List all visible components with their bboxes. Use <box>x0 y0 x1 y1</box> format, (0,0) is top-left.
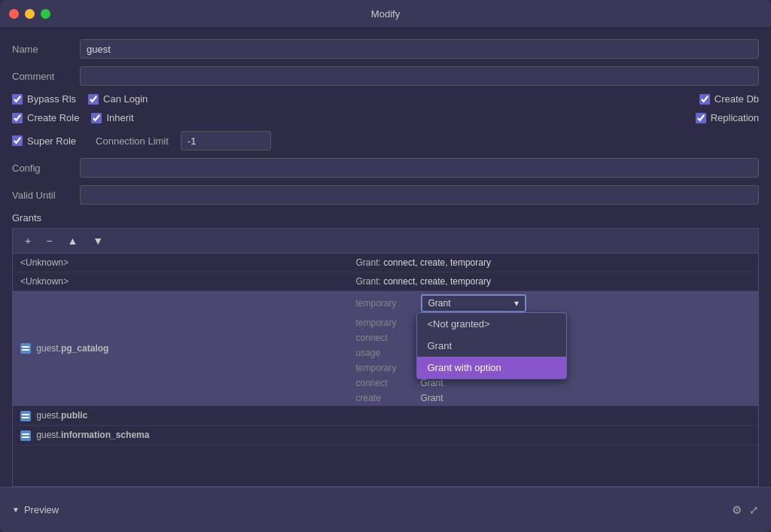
config-row: Config <box>12 158 759 178</box>
titlebar: Modify <box>0 0 771 27</box>
super-role-checkbox[interactable] <box>12 135 23 146</box>
grant-perms-cell: temporary Grant ▾ <Not granted> <box>349 291 759 406</box>
table-row[interactable]: <Unknown> Grant: connect, create, tempor… <box>13 254 758 272</box>
minimize-button[interactable] <box>25 9 35 19</box>
maximize-button[interactable] <box>41 9 50 19</box>
db-icon <box>20 343 31 354</box>
inherit-checkbox[interactable] <box>91 113 102 123</box>
db-icon <box>20 411 31 421</box>
grants-title: Grants <box>12 212 759 223</box>
remove-grant-button[interactable]: − <box>41 233 56 248</box>
perm-label: temporary <box>356 318 416 328</box>
bypass-rls-checkbox[interactable] <box>12 94 23 105</box>
replication-checkbox[interactable] <box>696 113 706 123</box>
dropdown-option-grant-with-option[interactable]: Grant with option <box>417 357 566 378</box>
table-row[interactable]: guest.public <box>13 406 758 426</box>
name-row: Name <box>12 39 759 59</box>
add-grant-button[interactable]: + <box>20 233 35 248</box>
db-icon <box>20 430 31 441</box>
valid-until-label: Valid Until <box>12 190 72 201</box>
name-input[interactable] <box>80 39 759 59</box>
perm-label: create <box>356 393 416 403</box>
bypass-rls-checkbox-item: Bypass Rls <box>12 93 76 105</box>
can-login-label: Can Login <box>103 93 148 105</box>
grant-name-cell: <Unknown> <box>13 254 349 272</box>
create-db-checkbox[interactable] <box>699 94 710 105</box>
settings-button[interactable]: ⚙ <box>732 503 742 517</box>
super-role-checkbox-item: Super Role <box>12 135 76 147</box>
perm-label: connect <box>356 333 416 343</box>
content-area: Name Comment Bypass Rls Can Login <box>0 27 771 487</box>
grant-perms-cell: Grant: connect, create, temporary <box>349 272 759 291</box>
grants-section: Grants + − ▲ ▼ <Unknown> Grant: connect,… <box>12 212 759 487</box>
name-label: Name <box>12 44 72 55</box>
table-row[interactable]: <Unknown> Grant: connect, create, tempor… <box>13 272 758 291</box>
create-role-checkbox[interactable] <box>12 113 23 123</box>
chevron-down-icon: ▾ <box>514 298 519 309</box>
chevron-down-icon: ▼ <box>12 506 20 514</box>
grant-dropdown-popup: <Not granted> Grant Grant with option <box>416 312 567 379</box>
inherit-label: Inherit <box>106 112 133 123</box>
dropdown-option-grant[interactable]: Grant <box>417 335 566 357</box>
config-input[interactable] <box>80 158 759 178</box>
perm-label: temporary <box>356 363 416 373</box>
create-db-checkbox-item: Create Db <box>699 93 759 105</box>
checkboxes-row-2: Create Role Inherit Replication <box>12 112 759 123</box>
replication-checkbox-item: Replication <box>696 112 759 123</box>
window-title: Modify <box>371 8 400 20</box>
grant-name-cell: guest.pg_catalog <box>13 291 349 406</box>
bypass-rls-label: Bypass Rls <box>27 93 76 105</box>
move-up-button[interactable]: ▲ <box>62 233 82 248</box>
preview-toggle[interactable]: ▼ Preview <box>12 504 59 515</box>
move-down-button[interactable]: ▼ <box>88 233 108 248</box>
preview-label: Preview <box>24 504 59 515</box>
grant-perms-cell <box>349 425 759 445</box>
create-role-checkbox-item: Create Role <box>12 112 79 123</box>
table-row[interactable]: guest.information_schema <box>13 425 758 445</box>
valid-until-row: Valid Until <box>12 185 759 205</box>
perm-label: temporary <box>356 298 416 309</box>
grants-table: <Unknown> Grant: connect, create, tempor… <box>13 254 758 445</box>
window: Modify Name Comment Bypass Rls Can Login <box>0 0 771 532</box>
grant-value: Grant <box>428 298 451 309</box>
checkboxes-row-1: Bypass Rls Can Login Create Db <box>12 93 759 105</box>
perm-label: connect <box>356 378 416 388</box>
close-button[interactable] <box>9 9 19 19</box>
create-db-label: Create Db <box>715 93 759 105</box>
grant-name-cell: <Unknown> <box>13 272 349 291</box>
grant-name-cell: guest.information_schema <box>13 425 349 445</box>
can-login-checkbox-item: Can Login <box>88 93 148 105</box>
grant-name-cell: guest.public <box>13 406 349 426</box>
window-controls <box>9 9 50 19</box>
create-role-label: Create Role <box>27 112 79 123</box>
perm-grant-value: Grant <box>421 378 443 388</box>
grant-perms-cell <box>349 406 759 426</box>
comment-input[interactable] <box>80 66 759 86</box>
grants-toolbar: + − ▲ ▼ <box>12 228 759 253</box>
super-role-label: Super Role <box>27 135 76 147</box>
super-role-row: Super Role Connection Limit <box>12 131 759 150</box>
inherit-checkbox-item: Inherit <box>91 112 133 123</box>
grant-perms-cell: Grant: connect, create, temporary <box>349 254 759 272</box>
comment-label: Comment <box>12 71 72 82</box>
replication-label: Replication <box>711 112 759 123</box>
external-link-button[interactable]: ⤢ <box>749 503 759 517</box>
dropdown-option-not-granted[interactable]: <Not granted> <box>417 313 566 335</box>
preview-actions: ⚙ ⤢ <box>732 503 759 517</box>
connection-limit-label: Connection Limit <box>96 135 169 147</box>
valid-until-input[interactable] <box>80 185 759 205</box>
grants-table-container[interactable]: <Unknown> Grant: connect, create, tempor… <box>12 253 759 487</box>
config-label: Config <box>12 163 72 174</box>
table-row[interactable]: guest.pg_catalog temporary Grant <box>13 291 758 406</box>
preview-section: ▼ Preview ⚙ ⤢ <box>0 487 771 532</box>
perm-label: usage <box>356 348 416 358</box>
comment-row: Comment <box>12 66 759 86</box>
perm-row-temporary: temporary Grant ▾ <Not granted> <box>349 291 759 315</box>
grant-dropdown-trigger[interactable]: Grant ▾ <box>421 294 526 312</box>
connection-limit-input[interactable] <box>181 131 271 150</box>
perm-grant-value: Grant <box>421 393 443 403</box>
can-login-checkbox[interactable] <box>88 94 99 105</box>
perm-row-create: create Grant <box>349 391 759 406</box>
